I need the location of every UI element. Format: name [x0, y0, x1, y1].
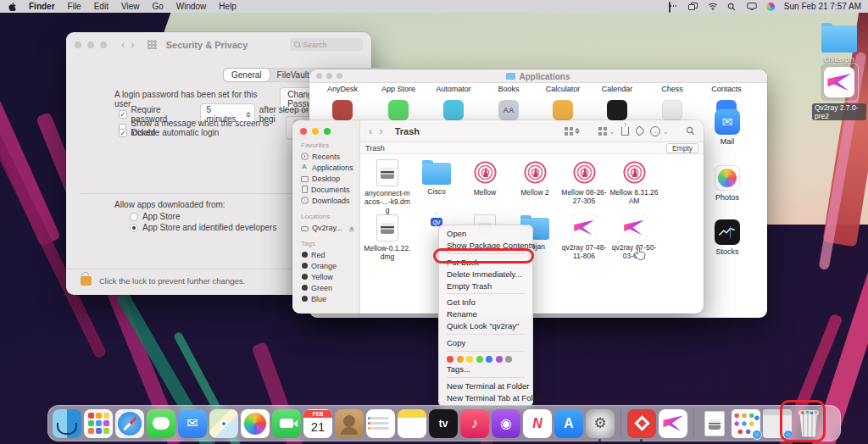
sidebar-tag-red[interactable]: Red — [292, 249, 359, 260]
dock-safari-icon[interactable] — [115, 409, 144, 438]
group-view-icon[interactable]: ⌄ — [598, 127, 615, 136]
sidebar-item-qv2ray-disk[interactable]: Qv2ray... — [292, 222, 359, 233]
desktop-icon-qv2ray[interactable]: Qv2ray 2.7.0-pre2 — [812, 63, 866, 120]
menu-item-edit[interactable]: Edit — [94, 2, 108, 11]
sidebar-item-desktop[interactable]: Desktop — [292, 173, 359, 184]
font-book-icon[interactable]: AA — [498, 100, 519, 120]
unlocked-padlock-icon[interactable] — [81, 276, 92, 286]
app-icon[interactable] — [607, 100, 627, 120]
sidebar-tag-yellow[interactable]: Yellow — [292, 271, 359, 282]
search-field[interactable]: Search — [290, 38, 363, 51]
menu-item-new-terminal[interactable]: New Terminal at Folder — [439, 380, 532, 392]
app-label-calendar[interactable]: Calendar — [591, 85, 643, 93]
file-cisco-folder[interactable]: Cisco — [412, 159, 461, 196]
app-label-automator[interactable]: Automator — [427, 85, 480, 93]
app-icon[interactable] — [443, 100, 464, 120]
menu-item-new-terminal-tab[interactable]: New Terminal Tab at Folder — [439, 392, 532, 404]
app-icon[interactable] — [388, 100, 409, 120]
menu-item-put-back[interactable]: Put Back — [439, 257, 532, 269]
minimize-button[interactable] — [312, 128, 319, 135]
keyboard-icon[interactable] — [669, 3, 679, 11]
app-label-appstore[interactable]: App Store — [372, 85, 425, 93]
display-icon[interactable] — [747, 3, 757, 11]
dock-reminders-icon[interactable] — [366, 409, 395, 438]
file-mellow-am[interactable]: Mellow 8.31.26 AM — [609, 159, 659, 205]
app-icon[interactable] — [662, 100, 682, 120]
stocks-app-icon[interactable] — [715, 219, 740, 245]
dock-messages-icon[interactable] — [147, 409, 175, 438]
tag-orange-icon[interactable] — [457, 356, 464, 363]
dock-applications-stack-icon[interactable] — [732, 409, 760, 438]
menu-item-open[interactable]: Open — [439, 228, 532, 240]
dock-maps-icon[interactable] — [209, 409, 238, 438]
tag-blue-icon[interactable] — [486, 356, 492, 363]
forward-icon[interactable]: › — [379, 127, 382, 136]
dock-finder-icon[interactable] — [53, 409, 81, 438]
siri-icon[interactable] — [766, 3, 775, 11]
dock-news-icon[interactable]: N — [523, 409, 552, 438]
sidebar-tag-blue[interactable]: Blue — [292, 293, 359, 304]
sidebar-tag-green[interactable]: Green — [292, 282, 359, 293]
menu-item-delete-immediately[interactable]: Delete Immediately... — [439, 268, 532, 280]
menu-item-view[interactable]: View — [121, 2, 140, 11]
close-button[interactable] — [75, 42, 81, 48]
empty-trash-button[interactable]: Empty — [666, 143, 698, 153]
back-icon[interactable]: ‹ — [369, 127, 372, 136]
menu-item-finder[interactable]: Finder — [29, 2, 55, 11]
app-label-chess[interactable]: Chess — [646, 85, 698, 93]
identified-developers-radio[interactable] — [130, 224, 138, 232]
menu-item-help[interactable]: Help — [219, 2, 236, 11]
file-mellow[interactable]: Mellow — [460, 159, 509, 197]
dock-photos-icon[interactable] — [241, 409, 270, 438]
photos-app-icon[interactable] — [715, 165, 740, 191]
dock-music-icon[interactable]: ♪ — [460, 409, 489, 438]
file-mellow-dmg[interactable]: Mellow-0.1.22.dmg — [363, 214, 412, 261]
dock-facetime-icon[interactable] — [272, 409, 301, 438]
sidebar-item-downloads[interactable]: Downloads — [292, 195, 359, 206]
dock-appstore-icon[interactable]: A — [554, 409, 583, 438]
dock-notes-icon[interactable] — [398, 409, 426, 438]
dock-system-preferences-icon[interactable]: ⚙ — [586, 409, 615, 438]
sidebar-item-documents[interactable]: Documents — [292, 184, 359, 195]
tab-general[interactable]: General — [224, 69, 270, 81]
apple-menu-icon[interactable] — [8, 3, 16, 11]
tag-purple-icon[interactable] — [496, 356, 503, 363]
menu-item-window[interactable]: Window — [176, 2, 207, 11]
windows-icon[interactable] — [688, 3, 698, 11]
sidebar-tag-orange[interactable]: Orange — [292, 260, 359, 271]
app-icon[interactable] — [553, 100, 573, 120]
dock-mail-icon[interactable]: ✉ — [178, 409, 207, 438]
dock-qv2ray-icon[interactable] — [659, 409, 687, 438]
dock-contacts-icon[interactable] — [335, 409, 364, 438]
desktop-icon-chitavpn[interactable]: chitavpn — [814, 22, 865, 64]
tag-red-icon[interactable] — [447, 356, 453, 363]
disable-auto-login-checkbox[interactable]: ✓ — [119, 129, 127, 137]
eject-icon[interactable] — [349, 226, 354, 230]
app-icon[interactable] — [332, 100, 353, 120]
dock-disk-image-icon[interactable] — [700, 409, 729, 438]
file-mellow-2[interactable]: Mellow 2 — [510, 159, 559, 197]
tag-yellow-icon[interactable] — [466, 356, 473, 363]
app-label-books[interactable]: Books — [482, 85, 535, 93]
menu-item-empty-trash[interactable]: Empty Trash — [439, 280, 532, 291]
back-icon[interactable]: ‹ — [121, 41, 125, 49]
show-all-icon[interactable] — [147, 40, 157, 49]
dock-launchpad-icon[interactable] — [84, 409, 113, 438]
sidebar-item-recents[interactable]: Recents — [292, 151, 359, 162]
file-anyconnect-dmg[interactable]: anyconnect-macos-...-k9.dmg — [363, 159, 412, 215]
menu-item-show-package-contents[interactable]: Show Package Contents — [439, 240, 532, 252]
tag-icon[interactable] — [636, 127, 643, 135]
zoom-button[interactable] — [324, 128, 331, 135]
share-icon[interactable] — [621, 127, 629, 136]
minimize-button[interactable] — [87, 42, 94, 48]
app-label-contacts[interactable]: Contacts — [700, 85, 753, 93]
dock-trash-icon[interactable] — [794, 409, 823, 438]
menu-bar-clock[interactable]: Sun Feb 21 7:57 AM — [784, 2, 861, 11]
menu-item-tags[interactable]: Tags... — [439, 364, 532, 375]
forward-icon[interactable]: › — [131, 41, 134, 49]
more-actions-icon[interactable]: …⌄ — [650, 126, 669, 136]
file-mellow-08[interactable]: Mellow 08-26-27-305 — [559, 159, 609, 205]
icon-view-sort-icon[interactable] — [565, 127, 580, 136]
file-qv2ray-0748[interactable]: qv2ray 07-48-11-806 — [559, 214, 609, 260]
dock-tv-icon[interactable]: tv — [429, 409, 458, 438]
